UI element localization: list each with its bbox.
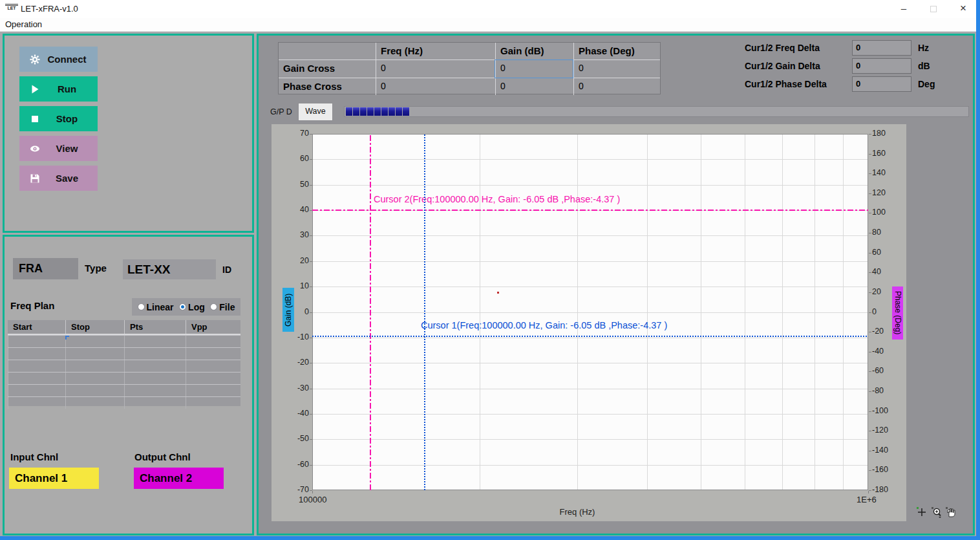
plan-table-cell[interactable] <box>65 360 124 372</box>
plan-table-cell[interactable] <box>8 397 65 409</box>
plan-table-cell[interactable] <box>124 336 186 347</box>
plan-table-cell[interactable] <box>124 348 186 360</box>
plan-table-cell[interactable] <box>65 397 124 409</box>
plan-col-stop: Stop <box>65 320 124 334</box>
phase-tick-label: 160 <box>872 149 898 158</box>
plan-table-cell[interactable] <box>124 385 186 396</box>
close-button[interactable]: × <box>952 0 974 18</box>
gain-cross-freq[interactable]: 0 <box>376 59 495 78</box>
cursor-hline-cursor-2[interactable] <box>312 210 868 211</box>
tab-wave[interactable]: Wave <box>298 103 333 121</box>
gridline <box>313 465 868 466</box>
stop-button[interactable]: Stop <box>19 106 98 131</box>
plan-table-cell[interactable] <box>8 373 65 384</box>
radio-log[interactable]: Log <box>179 302 205 312</box>
device-type-field[interactable]: FRA <box>13 258 78 279</box>
tick <box>869 352 871 352</box>
plan-table-cell[interactable] <box>65 348 124 360</box>
window-edge-bottom <box>0 536 980 540</box>
radio-log-icon <box>179 303 186 310</box>
phase-cross-freq[interactable]: 0 <box>376 78 495 95</box>
phase-delta-field[interactable]: 0 <box>852 76 911 92</box>
tick <box>868 491 869 493</box>
gain-cross-phase[interactable]: 0 <box>573 59 660 78</box>
phase-delta-label: Cur1/2 Phase Delta <box>745 79 827 89</box>
plan-table-cell[interactable] <box>186 336 240 347</box>
phase-tick-label: -160 <box>872 465 898 475</box>
tick <box>869 411 871 412</box>
radio-file[interactable]: File <box>210 302 235 312</box>
radio-file-icon <box>210 303 217 310</box>
plan-table-cell[interactable] <box>186 373 240 384</box>
minimize-button[interactable]: – <box>893 0 915 18</box>
phase-tick-label: -100 <box>872 406 898 416</box>
phase-tick-label: -180 <box>872 485 898 495</box>
plan-table-cell[interactable] <box>8 360 65 372</box>
gear-icon <box>30 54 40 65</box>
cursor-vline-cursor-2[interactable] <box>370 134 371 490</box>
plan-table-cell[interactable] <box>65 385 124 396</box>
gain-axis-label[interactable]: Gain (dB) <box>282 288 294 332</box>
plan-table-cell[interactable] <box>124 397 186 409</box>
plan-table-cell[interactable] <box>186 385 240 396</box>
phase-cross-gain[interactable]: 0 <box>495 78 573 95</box>
gain-delta-field[interactable]: 0 <box>852 58 911 74</box>
plan-table-cell[interactable] <box>124 360 186 372</box>
tab-gpd[interactable]: G/P D <box>265 105 297 121</box>
menu-item-operation[interactable]: Operation <box>5 19 42 29</box>
plan-table-cell[interactable] <box>8 336 65 347</box>
gridline <box>745 135 745 490</box>
data-point <box>497 292 499 294</box>
view-button[interactable]: View <box>19 136 98 161</box>
plan-table-row <box>8 372 240 384</box>
phase-tick-label: -80 <box>872 386 898 396</box>
plan-table-cell[interactable] <box>65 373 124 384</box>
gain-tick-label: 20 <box>284 256 309 266</box>
stop-button-label: Stop <box>40 113 94 124</box>
phase-cross-row-label: Phase Cross <box>279 78 376 95</box>
phase-tick-label: -140 <box>872 446 898 455</box>
crosshair-tool-icon[interactable] <box>916 506 928 518</box>
plan-table-cell[interactable] <box>186 397 240 409</box>
connect-button-label: Connect <box>40 54 94 65</box>
run-button[interactable]: Run <box>19 76 98 102</box>
phase-axis-label[interactable]: Phase (Deg) <box>892 286 903 340</box>
progress-segment <box>353 107 359 116</box>
save-button[interactable]: Save <box>19 166 98 191</box>
progress-bar <box>344 106 969 117</box>
cross-col-gain: Gain (dB) <box>495 43 573 59</box>
x-tick-min: 100000 <box>299 495 326 504</box>
pan-tool-icon[interactable] <box>945 506 957 518</box>
tick <box>310 389 312 389</box>
radio-linear[interactable]: Linear <box>138 302 174 312</box>
cross-col-phase: Phase (Deg) <box>573 43 660 59</box>
plan-table-cell[interactable] <box>8 385 65 396</box>
plan-table-cell[interactable] <box>8 348 65 360</box>
cursor-vline-cursor-1[interactable] <box>424 134 425 490</box>
output-channel-selector[interactable]: Channel 2 <box>134 468 224 489</box>
plan-table-cell[interactable] <box>186 348 240 360</box>
plan-table-cell[interactable] <box>65 336 124 347</box>
phase-cross-phase[interactable]: 0 <box>573 78 660 95</box>
tick <box>310 261 312 262</box>
cursor-hline-cursor-1[interactable] <box>312 336 868 337</box>
freq-plan-table[interactable]: Start Stop Pts Vpp <box>8 320 240 406</box>
maximize-button[interactable] <box>922 0 944 18</box>
gridline <box>313 312 868 313</box>
connect-button[interactable]: Connect <box>19 47 98 72</box>
tick <box>310 338 312 338</box>
plan-table-cell[interactable] <box>186 360 240 372</box>
phase-tick-label: 100 <box>872 208 898 217</box>
title-bar: LET LET-xFRA-v1.0 – × <box>0 0 980 18</box>
tick <box>869 332 871 332</box>
cross-corner-cell <box>279 43 376 59</box>
gridline <box>313 439 868 440</box>
plan-table-cell[interactable] <box>124 373 186 384</box>
zoom-tool-icon[interactable] <box>931 506 943 518</box>
freq-delta-field[interactable]: 0 <box>852 40 911 56</box>
cursor-label: Cursor 1(Freq:100000.00 Hz, Gain: -6.05 … <box>421 320 667 330</box>
app-logo-icon: LET <box>5 4 18 14</box>
plan-table-row <box>8 384 240 396</box>
device-id-field[interactable]: LET-XX <box>123 259 216 279</box>
input-channel-selector[interactable]: Channel 1 <box>9 468 99 489</box>
